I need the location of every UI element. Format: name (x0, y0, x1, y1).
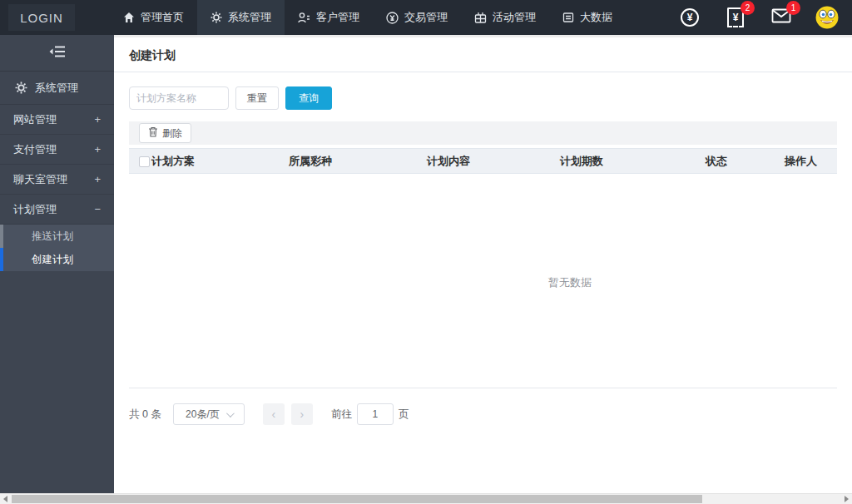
nav-item-label: 系统管理 (228, 10, 271, 25)
scrollbar-thumb[interactable] (12, 495, 702, 503)
table-header: 计划方案 所属彩种 计划内容 计划期数 状态 操作人 (129, 148, 837, 174)
sidebar-subitem-create-plan[interactable]: 创建计划 (0, 248, 114, 271)
nav-item-system[interactable]: 系统管理 (197, 0, 285, 35)
nav-item-label: 管理首页 (141, 10, 184, 25)
plan-submenu: 推送计划 创建计划 (0, 225, 114, 271)
table-toolbar: 删除 (129, 121, 837, 145)
main-content: 创建计划 重置 查询 删除 计划方案 所属彩种 (114, 35, 852, 493)
column-header-periods: 计划期数 (560, 149, 603, 173)
collapse-minus-icon: − (94, 203, 101, 215)
scroll-left-arrow-icon[interactable] (0, 494, 11, 504)
nav-item-label: 交易管理 (404, 10, 448, 25)
trash-icon (148, 126, 158, 140)
mail-badge: 1 (786, 1, 800, 15)
empty-state-text: 暂无数据 (548, 275, 592, 290)
nav-item-transactions[interactable]: 交易管理 (373, 0, 461, 35)
nav-item-home[interactable]: 管理首页 (110, 0, 197, 35)
logo: LOGIN (8, 4, 75, 31)
sidebar-item-label: 计划管理 (13, 202, 57, 217)
select-all-checkbox[interactable] (139, 156, 150, 167)
column-header-content: 计划内容 (427, 149, 470, 173)
gear-icon (15, 82, 27, 94)
home-icon (123, 12, 135, 23)
query-button[interactable]: 查询 (285, 86, 332, 110)
page-title: 创建计划 (114, 37, 852, 72)
nav-item-customers[interactable]: 客户管理 (285, 0, 373, 35)
sidebar-collapse-button[interactable] (0, 35, 114, 72)
sidebar-item-label: 网站管理 (13, 112, 57, 127)
sidebar-item-payment[interactable]: 支付管理 + (0, 135, 114, 165)
sidebar-item-label: 系统管理 (35, 81, 78, 96)
nav-item-label: 活动管理 (493, 10, 536, 25)
reset-button[interactable]: 重置 (235, 86, 279, 110)
bill-button[interactable]: ¥ 2 (724, 6, 747, 29)
page-number-input[interactable] (357, 403, 394, 425)
mail-button[interactable]: 1 (770, 6, 793, 29)
sidebar-subitem-label: 创建计划 (32, 253, 73, 267)
nav-item-label: 客户管理 (316, 10, 359, 25)
table-area: 删除 计划方案 所属彩种 计划内容 计划期数 状态 操作人 暂无数据 (129, 121, 837, 388)
ticket-icon (474, 12, 487, 23)
sidebar-subitem-label: 推送计划 (32, 230, 73, 244)
horizontal-scrollbar[interactable] (0, 493, 852, 504)
exchange-icon (386, 12, 399, 24)
chevron-down-icon (226, 409, 235, 418)
plan-name-search-input[interactable] (129, 86, 229, 110)
sidebar-item-label: 聊天室管理 (13, 172, 67, 187)
navbar-right: ¥ ¥ 2 1 (678, 6, 839, 29)
next-page-button[interactable]: › (291, 403, 313, 425)
delete-button-label: 删除 (162, 126, 182, 141)
top-navbar: LOGIN 管理首页 系统管理 客户管理 (0, 0, 852, 35)
bigdata-icon (562, 12, 574, 23)
column-header-status: 状态 (706, 149, 727, 173)
expand-plus-icon: + (94, 143, 101, 156)
sidebar-item-plan[interactable]: 计划管理 − (0, 195, 114, 225)
delete-button[interactable]: 删除 (139, 123, 191, 143)
gear-icon (211, 12, 222, 23)
page-size-select[interactable]: 20条/页 (173, 403, 245, 425)
currency-refresh-icon: ¥ (681, 8, 699, 27)
menu-fold-icon (49, 45, 66, 62)
nav-item-activities[interactable]: 活动管理 (461, 0, 549, 35)
column-header-plan: 计划方案 (151, 149, 195, 173)
page-unit-label: 页 (399, 408, 409, 422)
nav-item-label: 大数据 (580, 10, 612, 25)
page-size-value: 20条/页 (186, 408, 220, 422)
scroll-right-arrow-icon[interactable] (841, 494, 852, 504)
sidebar-item-label: 支付管理 (13, 142, 57, 157)
table-body: 暂无数据 (129, 174, 837, 388)
pagination: 共 0 条 20条/页 ‹ › 前往 页 (129, 403, 852, 425)
sidebar: 系统管理 网站管理 + 支付管理 + 聊天室管理 + 计划管理 − 推送计划 创… (0, 35, 114, 493)
sidebar-item-chatroom[interactable]: 聊天室管理 + (0, 165, 114, 195)
total-count-label: 共 0 条 (129, 408, 161, 422)
currency-refresh-button[interactable]: ¥ (678, 6, 701, 29)
users-icon (298, 12, 310, 23)
nav-item-bigdata[interactable]: 大数据 (549, 0, 626, 35)
sidebar-subitem-push-plan[interactable]: 推送计划 (0, 225, 114, 248)
filter-row: 重置 查询 (129, 86, 852, 110)
goto-label: 前往 (331, 408, 352, 422)
prev-page-button[interactable]: ‹ (263, 403, 285, 425)
column-header-lottery: 所属彩种 (289, 149, 332, 173)
column-header-operator: 操作人 (785, 149, 817, 173)
expand-plus-icon: + (94, 113, 101, 126)
app-window: LOGIN 管理首页 系统管理 客户管理 (0, 0, 852, 504)
bill-badge: 2 (741, 1, 755, 15)
sidebar-item-system[interactable]: 系统管理 (0, 72, 114, 105)
expand-plus-icon: + (94, 173, 101, 185)
user-avatar[interactable] (815, 6, 839, 29)
main-nav: 管理首页 系统管理 客户管理 交易管理 (110, 0, 626, 35)
sidebar-item-website[interactable]: 网站管理 + (0, 105, 114, 135)
